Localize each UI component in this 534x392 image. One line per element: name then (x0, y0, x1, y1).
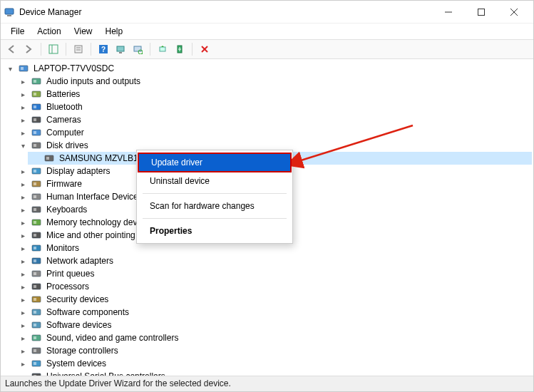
svg-rect-18 (160, 47, 165, 51)
tree-node[interactable]: ▸ Print queues (15, 267, 532, 280)
expander-icon[interactable]: ▸ (18, 256, 28, 266)
add-driver-button[interactable] (172, 41, 188, 57)
expander-icon[interactable]: ▸ (18, 307, 28, 317)
expander-icon[interactable]: ▾ (18, 140, 28, 150)
expander-icon[interactable]: ▾ (5, 63, 15, 73)
maximize-button[interactable] (465, 1, 498, 23)
tree-node-label: Display adapters (45, 166, 111, 176)
refresh-button[interactable] (113, 41, 128, 57)
usb-icon (31, 371, 42, 376)
tree-root-label: LAPTOP-T7VV0SDC (32, 63, 115, 73)
expander-icon[interactable]: ▸ (18, 282, 28, 292)
menu-view[interactable]: View (68, 25, 98, 38)
expander-icon[interactable]: ▸ (18, 217, 28, 227)
software-component-icon (31, 306, 42, 318)
context-item[interactable]: Uninstall device (137, 172, 292, 190)
expander-icon[interactable]: ▸ (18, 230, 28, 240)
tree-node[interactable]: ▸ Bluetooth (15, 100, 532, 113)
expander-icon[interactable]: ▸ (18, 192, 28, 202)
tree-node[interactable]: ▸ Storage controllers (15, 344, 532, 357)
expander-icon[interactable]: ▸ (18, 320, 28, 330)
tree-node[interactable]: ▸ Universal Serial Bus controllers (15, 370, 532, 376)
expander-icon[interactable]: ▸ (18, 371, 28, 376)
expander-icon[interactable]: ▸ (18, 166, 28, 176)
mouse-icon (31, 229, 42, 241)
expander-icon[interactable]: ▸ (18, 269, 28, 279)
svg-rect-63 (34, 311, 36, 314)
context-separator (143, 218, 287, 219)
expander-icon[interactable]: ▸ (18, 333, 28, 343)
forward-button[interactable] (21, 41, 36, 57)
tree-node[interactable]: ▸ Audio inputs and outputs (15, 75, 532, 88)
tree-node[interactable]: ▸ Cameras (15, 113, 532, 126)
maximize-icon (478, 9, 485, 16)
expander-icon[interactable]: ▸ (18, 359, 28, 368)
svg-rect-71 (34, 362, 36, 365)
back-button[interactable] (4, 41, 19, 57)
menu-help[interactable]: Help (100, 25, 129, 38)
menu-action[interactable]: Action (31, 25, 66, 38)
tree-node[interactable]: ▸ Sound, video and game controllers (15, 331, 532, 344)
uninstall-button[interactable] (197, 41, 212, 57)
tree-node[interactable]: ▸ Software components (15, 306, 532, 319)
tree-root[interactable]: ▾ LAPTOP-T7VV0SDC (2, 62, 532, 75)
window-controls (432, 1, 530, 23)
svg-text:?: ? (101, 46, 106, 53)
separator (150, 43, 150, 56)
tree-node[interactable]: ▸ Processors (15, 280, 532, 293)
svg-rect-35 (34, 131, 36, 134)
context-menu: Update driverUninstall deviceScan for ha… (136, 150, 293, 244)
minimize-button[interactable] (432, 1, 465, 23)
expander-icon[interactable]: ▸ (18, 89, 28, 99)
tree-node[interactable]: ▸ Batteries (15, 88, 532, 100)
tree-node-label: Universal Serial Bus controllers (45, 371, 167, 376)
expander-icon[interactable]: ▸ (18, 115, 28, 125)
context-item[interactable]: Update driver (138, 153, 291, 172)
battery-icon (31, 88, 42, 100)
svg-rect-73 (34, 375, 36, 376)
expander-icon[interactable]: ▸ (18, 76, 28, 86)
svg-rect-61 (34, 298, 36, 301)
context-item[interactable]: Scan for hardware changes (137, 197, 292, 215)
help-button[interactable]: ? (96, 41, 111, 57)
svg-rect-25 (21, 67, 24, 70)
tree-node[interactable]: ▸ Software devices (15, 319, 532, 331)
window-title: Device Manager (19, 7, 432, 17)
display-adapter-icon (31, 165, 42, 177)
context-item[interactable]: Properties (137, 222, 292, 240)
separator (41, 43, 41, 56)
show-hide-tree-button[interactable] (46, 41, 61, 57)
expander-icon[interactable]: ▸ (18, 243, 28, 253)
minimize-icon (445, 9, 452, 16)
expander-icon[interactable]: ▸ (18, 205, 28, 215)
update-driver-button[interactable] (155, 41, 170, 57)
svg-rect-33 (34, 118, 36, 121)
tree-node-label: Sound, video and game controllers (45, 333, 180, 343)
expander-icon[interactable]: ▸ (18, 294, 28, 304)
separator (192, 43, 192, 56)
svg-rect-69 (34, 349, 36, 352)
expander-icon[interactable]: ▸ (18, 179, 28, 189)
tree-node[interactable]: ▸ Computer (15, 126, 532, 139)
tree-node-label: System devices (45, 359, 108, 368)
tree-node-label: Software devices (45, 320, 113, 330)
scan-hardware-button[interactable] (130, 41, 145, 57)
arrow-left-icon (6, 44, 16, 54)
expander-icon[interactable]: ▸ (18, 346, 28, 356)
menu-file[interactable]: File (5, 25, 30, 38)
properties-button[interactable] (71, 41, 86, 57)
svg-rect-3 (478, 9, 485, 15)
svg-rect-65 (34, 324, 36, 326)
camera-icon (31, 114, 42, 125)
security-icon (31, 294, 42, 305)
tree-node[interactable]: ▸ Security devices (15, 293, 532, 306)
svg-rect-51 (34, 234, 36, 237)
tree-node-label: Software components (45, 307, 130, 317)
close-button[interactable] (498, 1, 530, 23)
svg-rect-53 (34, 247, 36, 249)
expander-icon[interactable]: ▸ (18, 102, 28, 112)
expander-icon[interactable]: ▸ (18, 128, 28, 138)
status-text: Launches the Update Driver Wizard for th… (5, 378, 231, 388)
tree-node[interactable]: ▸ Network adapters (15, 254, 532, 267)
tree-node[interactable]: ▸ System devices (15, 357, 532, 370)
